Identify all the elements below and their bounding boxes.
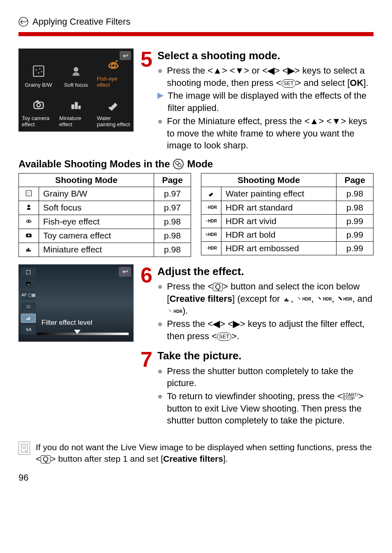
q-button-icon: Q xyxy=(213,283,223,291)
down-key-icon: ▼ xyxy=(235,65,244,76)
side-icon-filter-level[interactable] xyxy=(21,314,36,323)
effect-slider[interactable] xyxy=(37,333,129,335)
table-row: HDR HDR art standard p.98 xyxy=(201,201,374,214)
filter-label: Miniature effect xyxy=(59,115,92,127)
filter-toy-camera[interactable]: Toy camera effect xyxy=(21,92,56,129)
start-stop-button-icon: START/STOP xyxy=(343,393,358,400)
svg-point-16 xyxy=(178,164,181,167)
svg-rect-26 xyxy=(28,248,29,252)
side-icon-af[interactable]: AF ▢▦ xyxy=(21,291,36,300)
hdr-vivid-inline-icon: HDR xyxy=(316,296,332,302)
soft-focus-icon xyxy=(68,63,84,79)
return-icon: ↩ xyxy=(119,267,131,277)
svg-rect-37 xyxy=(287,300,288,301)
table-header-mode: Shooting Mode xyxy=(19,173,154,187)
page-title: Applying Creative Filters xyxy=(32,16,130,27)
step6-bullet1: Press the <Q> button and select the icon… xyxy=(167,280,374,317)
table-header-page: Page xyxy=(337,173,374,187)
soft-focus-mode-icon xyxy=(19,201,39,215)
hdr-embossed-inline-icon: HDR xyxy=(167,309,182,315)
svg-rect-32 xyxy=(27,319,28,320)
svg-point-24 xyxy=(28,234,30,236)
bullet-icon: ● xyxy=(157,115,163,152)
effect-preview: ↩ AF ▢▦ ↯A Filter effect level xyxy=(18,264,134,342)
hdr-bold-mode-icon: HDR xyxy=(201,228,221,241)
bullet-icon: ● xyxy=(157,280,163,317)
bullet-icon: ● xyxy=(157,65,163,89)
hdr-embossed-mode-icon: HDR xyxy=(201,241,221,255)
svg-point-7 xyxy=(112,64,115,67)
svg-point-6 xyxy=(74,67,78,72)
svg-point-14 xyxy=(109,107,111,109)
set-button-icon: SET xyxy=(217,333,231,341)
left-key-icon: ◀ xyxy=(267,65,274,76)
svg-point-9 xyxy=(37,103,40,106)
return-icon: ↩ xyxy=(120,51,131,60)
svg-point-22 xyxy=(28,220,30,222)
svg-point-2 xyxy=(36,69,37,71)
modes-table-left: Shooting Mode Page Grainy B/W p.97 Soft … xyxy=(18,173,191,257)
set-button-icon: SET xyxy=(281,79,296,88)
step5-bullet1: Press the <▲> <▼> or <◀> <▶> keys to sel… xyxy=(167,65,374,89)
table-row: Miniature effect p.98 xyxy=(19,243,191,257)
table-header-page: Page xyxy=(154,173,191,187)
side-icon-grainy[interactable] xyxy=(21,268,36,277)
side-icon-image[interactable] xyxy=(21,279,36,288)
hdr-standard-mode-icon: HDR xyxy=(201,201,221,214)
modes-subheading: Available Shooting Modes in the Mode xyxy=(18,158,374,170)
table-row: Water painting effect p.98 xyxy=(201,187,374,201)
table-row: HDR HDR art embossed p.99 xyxy=(201,241,374,255)
svg-rect-10 xyxy=(36,100,39,102)
svg-point-18 xyxy=(28,192,28,193)
svg-rect-38 xyxy=(21,444,28,452)
svg-rect-13 xyxy=(78,106,81,109)
table-row: Soft focus p.97 xyxy=(19,201,191,215)
filter-label: Fish-eye effect xyxy=(97,76,130,88)
filter-water-painting[interactable]: Water painting effect xyxy=(96,92,131,129)
side-icon-wb[interactable]: ↯A xyxy=(21,325,36,334)
back-arrow-icon xyxy=(18,17,28,27)
step6-bullet2: Press the <◀> <▶> keys to adjust the fil… xyxy=(167,318,374,342)
q-button-icon: Q xyxy=(41,455,51,463)
svg-rect-36 xyxy=(286,298,287,301)
filter-soft-focus[interactable]: Soft focus xyxy=(58,53,93,90)
footnote-text: If you do not want the Live View image t… xyxy=(36,442,374,465)
divider-red xyxy=(18,32,374,36)
step7-title: Take the picture. xyxy=(157,349,374,363)
toy-camera-mode-icon xyxy=(19,229,39,243)
filter-label: Soft focus xyxy=(64,82,88,88)
table-row: Fish-eye effect p.98 xyxy=(19,215,191,229)
step-number-7: 7 xyxy=(138,349,152,370)
filter-grainy-bw[interactable]: Grainy B/W xyxy=(21,53,56,90)
hdr-standard-inline-icon: HDR xyxy=(296,296,311,302)
step5-title: Select a shooting mode. xyxy=(157,49,374,63)
filter-miniature[interactable]: Miniature effect xyxy=(58,92,93,129)
right-key-icon: ▶ xyxy=(288,65,295,76)
water-painting-icon xyxy=(105,96,122,113)
down-key-icon: ▼ xyxy=(332,116,341,126)
table-row: HDR HDR art vivid p.99 xyxy=(201,214,374,228)
svg-rect-25 xyxy=(26,249,28,252)
svg-point-21 xyxy=(28,205,30,207)
fish-eye-mode-icon xyxy=(19,215,39,229)
right-key-icon: ▶ xyxy=(233,319,240,329)
up-key-icon: ▲ xyxy=(213,65,222,76)
svg-point-4 xyxy=(38,72,39,74)
svg-rect-35 xyxy=(284,299,286,301)
hdr-vivid-mode-icon: HDR xyxy=(201,214,221,228)
toy-camera-icon xyxy=(30,96,47,113)
bullet-icon: ● xyxy=(157,365,163,389)
svg-rect-27 xyxy=(30,250,31,252)
step6-title: Adjust the effect. xyxy=(157,264,374,279)
svg-rect-33 xyxy=(28,318,29,320)
svg-rect-34 xyxy=(29,317,30,320)
svg-rect-17 xyxy=(26,190,32,196)
side-icon-drive[interactable] xyxy=(21,302,36,311)
step7-bullet2: To return to viewfinder shooting, press … xyxy=(167,390,374,427)
svg-rect-29 xyxy=(26,270,30,274)
water-painting-mode-icon xyxy=(201,187,221,201)
table-header-mode: Shooting Mode xyxy=(201,173,337,187)
hdr-bold-inline-icon: HDR xyxy=(337,296,353,302)
note-icon xyxy=(18,442,30,455)
miniature-inline-icon xyxy=(283,296,291,303)
